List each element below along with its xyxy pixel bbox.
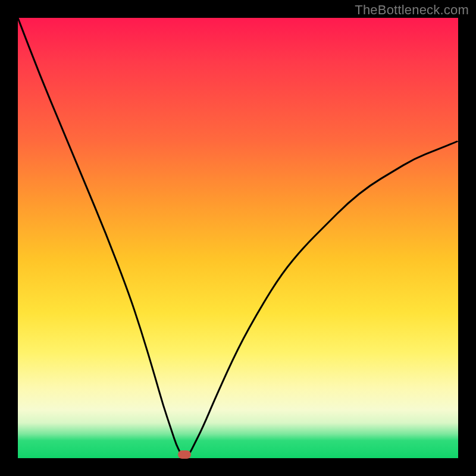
chart-frame: TheBottleneck.com — [0, 0, 476, 476]
bottleneck-curve — [18, 18, 458, 458]
plot-area — [18, 18, 458, 458]
watermark-text: TheBottleneck.com — [355, 2, 469, 18]
curve-path — [18, 18, 458, 458]
optimal-point-marker — [178, 450, 191, 459]
